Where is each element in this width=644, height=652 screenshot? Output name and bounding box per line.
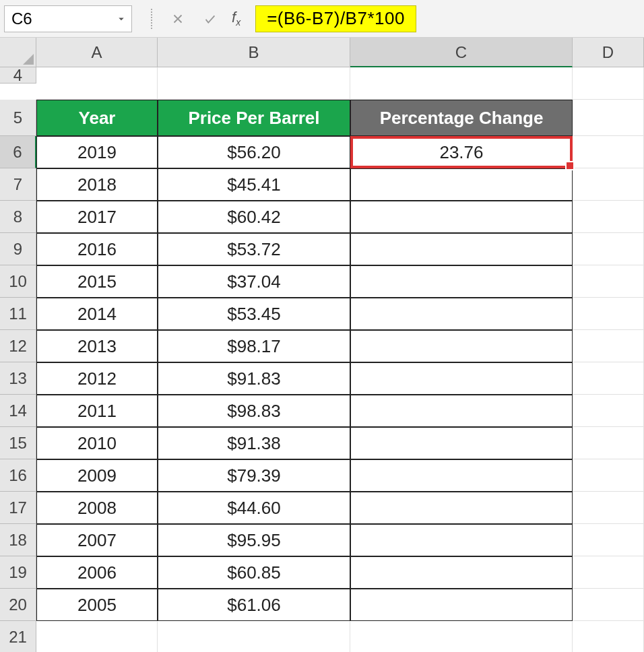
- cell-a11[interactable]: 2014: [36, 298, 158, 330]
- cell-b10[interactable]: $37.04: [158, 265, 350, 298]
- cell-a7[interactable]: 2018: [36, 168, 158, 201]
- row-header-9[interactable]: 9: [0, 233, 36, 265]
- cell-d8[interactable]: [573, 201, 644, 233]
- row-header-13[interactable]: 13: [0, 362, 36, 395]
- cell-d7[interactable]: [573, 168, 644, 201]
- row-header-10[interactable]: 10: [0, 265, 36, 298]
- row-header-21[interactable]: 21: [0, 621, 36, 652]
- cell-b8[interactable]: $60.42: [158, 201, 350, 233]
- column-header-a[interactable]: A: [36, 38, 158, 67]
- row-header-18[interactable]: 18: [0, 524, 36, 556]
- cell-d9[interactable]: [573, 233, 644, 265]
- header-price[interactable]: Price Per Barrel: [158, 100, 350, 136]
- name-box[interactable]: [5, 9, 131, 28]
- cell-c20[interactable]: [350, 589, 573, 621]
- header-pct[interactable]: Percentage Change: [350, 100, 573, 136]
- cell-a13[interactable]: 2012: [36, 362, 158, 395]
- cell-d19[interactable]: [573, 556, 644, 589]
- column-header-b[interactable]: B: [158, 38, 350, 67]
- cell-b15[interactable]: $91.38: [158, 427, 350, 459]
- spreadsheet-grid[interactable]: A B C D 4 5 Year Price Per Barrel Percen…: [0, 38, 644, 652]
- cell-a6[interactable]: 2019: [36, 136, 158, 168]
- cell-c18[interactable]: [350, 524, 573, 556]
- cell-c11[interactable]: [350, 298, 573, 330]
- cell-c12[interactable]: [350, 330, 573, 362]
- cell-d16[interactable]: [573, 459, 644, 492]
- cell-c7[interactable]: [350, 168, 573, 201]
- cell-c8[interactable]: [350, 201, 573, 233]
- confirm-formula-button[interactable]: [197, 5, 224, 32]
- cancel-formula-button[interactable]: [164, 5, 191, 32]
- row-header-16[interactable]: 16: [0, 459, 36, 492]
- row-header-17[interactable]: 17: [0, 492, 36, 524]
- cell-b12[interactable]: $98.17: [158, 330, 350, 362]
- cell-d20[interactable]: [573, 589, 644, 621]
- row-header-4[interactable]: 4: [0, 67, 36, 84]
- cell-d17[interactable]: [573, 492, 644, 524]
- cell-d5[interactable]: [573, 100, 644, 136]
- cell-a16[interactable]: 2009: [36, 459, 158, 492]
- cell-b17[interactable]: $44.60: [158, 492, 350, 524]
- cell-b20[interactable]: $61.06: [158, 589, 350, 621]
- cell-c21[interactable]: [350, 621, 573, 652]
- row-header-12[interactable]: 12: [0, 330, 36, 362]
- row-header-14[interactable]: 14: [0, 395, 36, 427]
- column-header-c[interactable]: C: [350, 38, 573, 67]
- column-header-d[interactable]: D: [573, 38, 644, 67]
- cell-d15[interactable]: [573, 427, 644, 459]
- cell-b19[interactable]: $60.85: [158, 556, 350, 589]
- cell-c6[interactable]: 23.76: [350, 136, 573, 168]
- cell-a8[interactable]: 2017: [36, 201, 158, 233]
- select-all-corner[interactable]: [0, 38, 36, 67]
- cell-a10[interactable]: 2015: [36, 265, 158, 298]
- row-header-20[interactable]: 20: [0, 589, 36, 621]
- cell-d10[interactable]: [573, 265, 644, 298]
- row-header-15[interactable]: 15: [0, 427, 36, 459]
- cell-a17[interactable]: 2008: [36, 492, 158, 524]
- row-header-7[interactable]: 7: [0, 168, 36, 201]
- row-header-5[interactable]: 5: [0, 100, 36, 136]
- cell-d21[interactable]: [573, 621, 644, 652]
- cell-b4[interactable]: [158, 67, 350, 100]
- cell-a14[interactable]: 2011: [36, 395, 158, 427]
- cell-d13[interactable]: [573, 362, 644, 395]
- cell-d12[interactable]: [573, 330, 644, 362]
- cell-b6[interactable]: $56.20: [158, 136, 350, 168]
- cell-a12[interactable]: 2013: [36, 330, 158, 362]
- row-header-6[interactable]: 6: [0, 136, 36, 168]
- chevron-down-icon[interactable]: [115, 13, 127, 25]
- row-header-19[interactable]: 19: [0, 556, 36, 589]
- cell-b11[interactable]: $53.45: [158, 298, 350, 330]
- cell-a20[interactable]: 2005: [36, 589, 158, 621]
- cell-a15[interactable]: 2010: [36, 427, 158, 459]
- cell-b14[interactable]: $98.83: [158, 395, 350, 427]
- cell-c4[interactable]: [350, 67, 573, 100]
- formula-input[interactable]: =(B6-B7)/B7*100: [255, 5, 416, 32]
- cell-c15[interactable]: [350, 427, 573, 459]
- cell-a19[interactable]: 2006: [36, 556, 158, 589]
- cell-b18[interactable]: $95.95: [158, 524, 350, 556]
- cell-d14[interactable]: [573, 395, 644, 427]
- cell-a18[interactable]: 2007: [36, 524, 158, 556]
- row-header-11[interactable]: 11: [0, 298, 36, 330]
- cell-b16[interactable]: $79.39: [158, 459, 350, 492]
- cell-b9[interactable]: $53.72: [158, 233, 350, 265]
- cell-d6[interactable]: [573, 136, 644, 168]
- cell-c17[interactable]: [350, 492, 573, 524]
- cell-c9[interactable]: [350, 233, 573, 265]
- cell-c19[interactable]: [350, 556, 573, 589]
- cell-c10[interactable]: [350, 265, 573, 298]
- cell-c13[interactable]: [350, 362, 573, 395]
- cell-d11[interactable]: [573, 298, 644, 330]
- row-header-8[interactable]: 8: [0, 201, 36, 233]
- cell-c14[interactable]: [350, 395, 573, 427]
- cell-b13[interactable]: $91.83: [158, 362, 350, 395]
- fx-icon[interactable]: fx: [232, 9, 240, 28]
- cell-b21[interactable]: [158, 621, 350, 652]
- cell-d18[interactable]: [573, 524, 644, 556]
- cell-d4[interactable]: [573, 67, 644, 100]
- header-year[interactable]: Year: [36, 100, 158, 136]
- name-box-container[interactable]: [4, 5, 132, 32]
- cell-c16[interactable]: [350, 459, 573, 492]
- cell-a4[interactable]: [36, 67, 158, 100]
